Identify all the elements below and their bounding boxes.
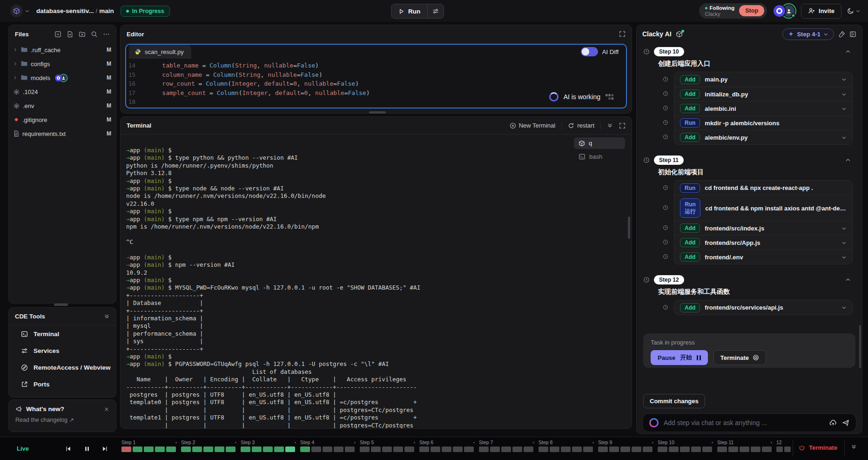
timeline-segment[interactable] bbox=[501, 446, 511, 452]
environment-icon[interactable] bbox=[676, 31, 683, 38]
chevron-down-icon[interactable] bbox=[841, 92, 847, 97]
add-action-badge[interactable]: Add bbox=[680, 238, 700, 247]
fullscreen-icon[interactable] bbox=[619, 122, 626, 129]
timeline-segment[interactable] bbox=[285, 446, 295, 452]
timeline-segment[interactable] bbox=[382, 446, 392, 452]
run-action-badge[interactable]: Run bbox=[680, 183, 700, 193]
file-row-configs[interactable]: configsM bbox=[9, 57, 116, 71]
timeline-segment[interactable] bbox=[334, 446, 343, 452]
timeline-segment[interactable] bbox=[323, 446, 332, 452]
search-icon[interactable] bbox=[91, 31, 98, 38]
timeline-segment[interactable] bbox=[155, 446, 165, 452]
theme-toggle[interactable] bbox=[847, 7, 861, 14]
step-item[interactable]: Addinitialize_db.py bbox=[674, 87, 852, 101]
timeline-segment[interactable] bbox=[192, 446, 202, 452]
timeline-segment[interactable] bbox=[345, 446, 355, 452]
terminal-tab-bash[interactable]: bash bbox=[574, 151, 625, 162]
collapse-bar-icon[interactable] bbox=[851, 444, 857, 450]
timeline-segment[interactable] bbox=[203, 446, 213, 452]
run-action-badge[interactable]: Run 运行 bbox=[680, 198, 700, 218]
add-action-badge[interactable]: Add bbox=[680, 89, 700, 99]
dock-panel-icon[interactable] bbox=[849, 31, 856, 38]
upload-icon[interactable] bbox=[829, 419, 837, 426]
timeline-segment[interactable] bbox=[717, 446, 727, 452]
chevron-down-icon[interactable] bbox=[841, 77, 847, 82]
timeline-segment[interactable] bbox=[453, 446, 463, 452]
timeline-segment[interactable] bbox=[609, 446, 619, 452]
timeline-segment[interactable] bbox=[669, 446, 679, 452]
pause-button[interactable]: Pause 开始 bbox=[651, 350, 708, 365]
timeline-segment[interactable] bbox=[740, 446, 749, 452]
chevron-down-icon[interactable] bbox=[841, 240, 847, 245]
add-action-badge[interactable]: Add bbox=[680, 252, 700, 262]
file-row-.gitignore[interactable]: .gitignoreM bbox=[9, 113, 116, 127]
step-badge[interactable]: Step 12 bbox=[654, 275, 684, 284]
step-item[interactable]: Addfrontend/src/App.js bbox=[674, 235, 852, 250]
timeline-segment[interactable] bbox=[215, 446, 224, 452]
avatar-clacky[interactable] bbox=[773, 4, 786, 18]
new-folder-icon[interactable] bbox=[79, 31, 86, 38]
cde-tool-remote[interactable]: RemoteAccess / Webview bbox=[9, 359, 116, 376]
timeline-segment[interactable] bbox=[419, 446, 429, 452]
step-selector[interactable]: Step 4-1 bbox=[782, 28, 834, 40]
timeline-segment[interactable] bbox=[512, 446, 522, 452]
timeline-segment[interactable] bbox=[442, 446, 451, 452]
timeline-segment[interactable] bbox=[274, 446, 284, 452]
cde-tool-ports[interactable]: Ports bbox=[9, 376, 116, 392]
run-config-button[interactable] bbox=[428, 4, 444, 18]
timeline-segment[interactable] bbox=[784, 446, 791, 452]
step-item[interactable]: Runcd frontend && npx create-react-app . bbox=[674, 181, 852, 195]
brush-icon[interactable] bbox=[838, 31, 845, 38]
file-row-.ruff_cache[interactable]: .ruff_cacheM bbox=[9, 43, 116, 57]
timeline-segment[interactable] bbox=[241, 446, 250, 452]
add-action-badge[interactable]: Add bbox=[680, 303, 700, 312]
timeline-segment[interactable] bbox=[728, 446, 738, 452]
timeline-segment[interactable] bbox=[643, 446, 653, 452]
collapse-all-icon[interactable] bbox=[54, 31, 61, 38]
timeline-segment[interactable] bbox=[691, 446, 701, 452]
add-action-badge[interactable]: Add bbox=[680, 133, 700, 142]
chevron-down-icon[interactable] bbox=[841, 255, 847, 260]
timeline-segment[interactable] bbox=[464, 446, 474, 452]
timeline-segment[interactable] bbox=[751, 446, 760, 452]
breadcrumb[interactable]: database-sensitiv.../main bbox=[36, 7, 114, 14]
timeline-segment[interactable] bbox=[490, 446, 500, 452]
step-badge[interactable]: Step 10 bbox=[654, 47, 684, 56]
step-item[interactable]: Run 运行cd frontend && npm install axios a… bbox=[674, 195, 852, 221]
terminal-tab-q[interactable]: q bbox=[574, 137, 625, 149]
editor-terminal-resize-handle[interactable] bbox=[369, 111, 386, 114]
timeline-segment[interactable] bbox=[263, 446, 273, 452]
send-icon[interactable] bbox=[842, 419, 849, 426]
file-row-requirements.txt[interactable]: requirements.txtM bbox=[9, 127, 116, 141]
chevron-down-icon[interactable] bbox=[841, 135, 847, 140]
app-logo[interactable] bbox=[10, 5, 30, 17]
chevron-down-icon[interactable] bbox=[841, 305, 847, 310]
more-icon[interactable] bbox=[103, 31, 110, 38]
file-row-.1024[interactable]: .1024M bbox=[9, 85, 116, 99]
step-item[interactable]: Addalembic.ini bbox=[674, 101, 852, 115]
collapse-step-icon[interactable] bbox=[845, 277, 851, 283]
add-action-badge[interactable]: Add bbox=[680, 104, 700, 113]
changelog-link[interactable]: Read the changelog ↗ bbox=[15, 416, 109, 423]
timeline-segment[interactable] bbox=[632, 446, 641, 452]
step-badge[interactable]: Step 11 bbox=[654, 156, 684, 165]
timeline-segment[interactable] bbox=[479, 446, 489, 452]
timeline-segment[interactable] bbox=[583, 446, 593, 452]
timeline-segment[interactable] bbox=[572, 446, 582, 452]
timeline-segment[interactable] bbox=[658, 446, 667, 452]
timeline-segment[interactable] bbox=[561, 446, 571, 452]
cde-tool-services[interactable]: Services bbox=[9, 342, 116, 359]
ai-diff-toggle[interactable] bbox=[581, 47, 598, 56]
timeline-segment[interactable] bbox=[524, 446, 533, 452]
fullscreen-icon[interactable] bbox=[619, 31, 626, 37]
add-action-badge[interactable]: Add bbox=[680, 75, 700, 84]
timeline-segment[interactable] bbox=[550, 446, 559, 452]
timeline-segment[interactable] bbox=[680, 446, 690, 452]
step-item[interactable]: Addfrontend/src/services/api.js bbox=[674, 300, 852, 315]
timeline-segment[interactable] bbox=[762, 446, 772, 452]
invite-button[interactable]: Invite bbox=[801, 4, 841, 19]
chevron-down-icon[interactable] bbox=[841, 106, 847, 111]
terminate-task-button[interactable]: Terminate bbox=[713, 350, 766, 365]
timeline-segment[interactable] bbox=[166, 446, 176, 452]
step-item[interactable]: Addmain.py bbox=[674, 72, 852, 87]
